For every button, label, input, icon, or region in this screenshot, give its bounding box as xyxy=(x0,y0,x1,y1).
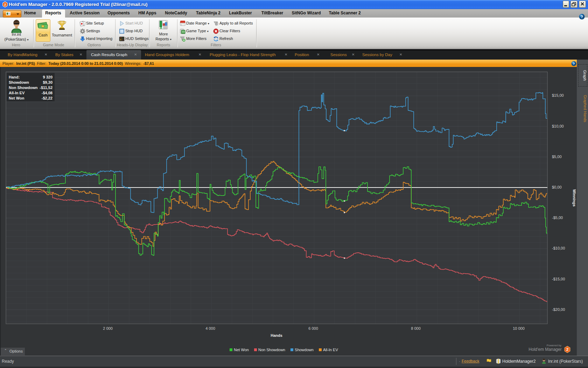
svg-text:2: 2 xyxy=(566,347,568,352)
